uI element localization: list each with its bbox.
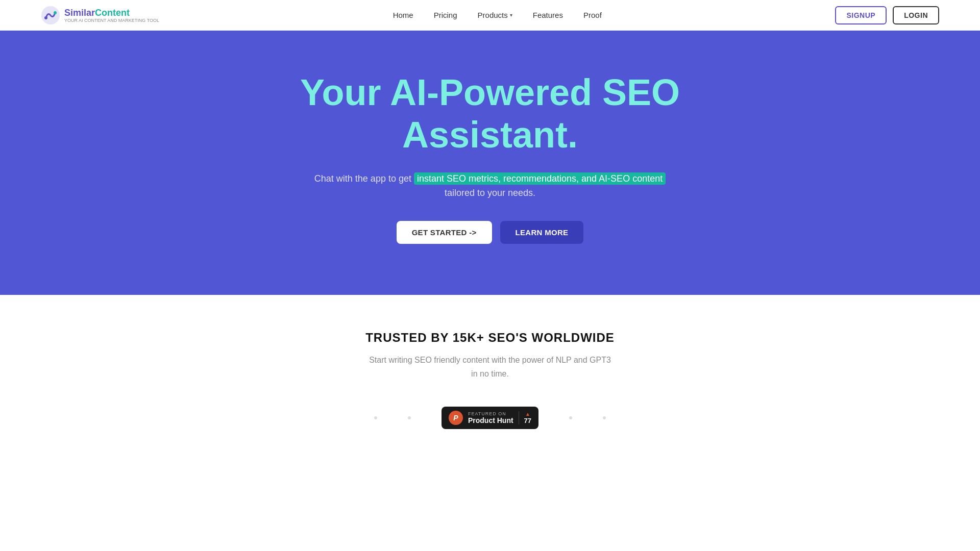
trusted-title: TRUSTED BY 15K+ SEO'S WORLDWIDE: [365, 331, 615, 345]
navbar: SimilarContent YOUR AI CONTENT AND MARKE…: [0, 0, 980, 31]
learn-more-button[interactable]: LEARN MORE: [500, 221, 584, 244]
nav-home[interactable]: Home: [393, 11, 413, 19]
svg-point-2: [54, 11, 57, 14]
hero-section: Your AI-Powered SEO Assistant. Chat with…: [0, 31, 980, 295]
trusted-section: TRUSTED BY 15K+ SEO'S WORLDWIDE Start wr…: [0, 295, 980, 469]
nav-products[interactable]: Products ▾: [478, 11, 512, 19]
logo-text: SimilarContent: [64, 8, 159, 18]
nav-pricing[interactable]: Pricing: [434, 11, 457, 19]
ph-featured-label: FEATURED ON: [468, 411, 513, 416]
decorator-dot-3: [569, 416, 572, 419]
nav-features[interactable]: Features: [533, 11, 563, 19]
svg-point-1: [44, 16, 47, 19]
decorator-dot-4: [603, 416, 606, 419]
logo-text-block: SimilarContent YOUR AI CONTENT AND MARKE…: [64, 8, 159, 23]
product-hunt-badge[interactable]: P FEATURED ON Product Hunt ▲ 77: [442, 407, 538, 429]
get-started-button[interactable]: GET STARTED ->: [397, 221, 492, 244]
trusted-subtitle: Start writing SEO friendly content with …: [369, 353, 611, 381]
nav-proof[interactable]: Proof: [583, 11, 602, 19]
decorator-dot-2: [408, 416, 411, 419]
ph-votes-count: 77: [524, 417, 531, 424]
ph-name: Product Hunt: [468, 416, 513, 424]
hero-subtitle: Chat with the app to get instant SEO met…: [314, 171, 666, 201]
login-button[interactable]: LOGIN: [893, 6, 939, 24]
product-hunt-icon: P: [449, 411, 463, 425]
hero-buttons: GET STARTED -> LEARN MORE: [397, 221, 584, 244]
ph-votes-arrow-icon: ▲: [525, 411, 530, 417]
logo-subtitle: YOUR AI CONTENT AND MARKETING TOOL: [64, 18, 159, 23]
decorator-dot-1: [374, 416, 377, 419]
badges-area: P FEATURED ON Product Hunt ▲ 77: [374, 407, 606, 429]
logo[interactable]: SimilarContent YOUR AI CONTENT AND MARKE…: [41, 6, 159, 25]
logo-icon: [41, 6, 60, 25]
hero-highlight: instant SEO metrics, recommendations, an…: [414, 172, 666, 185]
product-hunt-text: FEATURED ON Product Hunt: [468, 411, 513, 424]
hero-title: Your AI-Powered SEO Assistant.: [300, 71, 680, 156]
logo-area[interactable]: SimilarContent YOUR AI CONTENT AND MARKE…: [41, 6, 159, 25]
ph-votes: ▲ 77: [519, 411, 531, 424]
nav-links: Home Pricing Products ▾ Features Proof: [393, 11, 602, 19]
auth-buttons: SIGNUP LOGIN: [835, 6, 939, 24]
chevron-down-icon: ▾: [510, 12, 512, 18]
signup-button[interactable]: SIGNUP: [835, 6, 887, 24]
